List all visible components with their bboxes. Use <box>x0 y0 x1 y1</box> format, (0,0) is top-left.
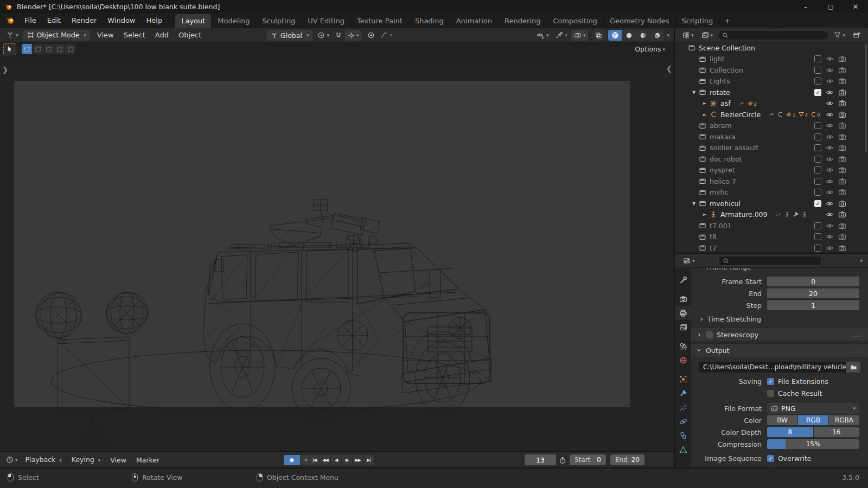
exclude-checkbox[interactable] <box>814 166 821 174</box>
disable-render-camera-icon[interactable] <box>838 166 846 174</box>
active-tool-select-box[interactable] <box>3 43 16 55</box>
exclude-checkbox[interactable] <box>814 233 821 240</box>
outliner-row-light[interactable]: light <box>675 54 868 65</box>
properties-tab-data[interactable] <box>675 442 691 457</box>
disable-render-camera-icon[interactable] <box>838 99 846 107</box>
outliner-row-beziercircle[interactable]: ►BezierCircle249 <box>675 109 868 120</box>
timeline-menu-playback[interactable]: Playback ▾ <box>21 452 67 468</box>
disable-render-camera-icon[interactable] <box>838 121 846 130</box>
select-mode-4[interactable] <box>65 44 75 54</box>
jump-to-end-button[interactable]: ▶| <box>363 455 374 465</box>
exclude-checkbox[interactable] <box>814 156 821 163</box>
outliner-row-soldier-assault[interactable]: soldier assault <box>675 143 868 154</box>
outliner-row-t7[interactable]: t7 <box>675 242 868 253</box>
use-preview-range-button[interactable] <box>559 455 566 464</box>
workspace-tab-texture-paint[interactable]: Texture Paint <box>351 14 409 28</box>
snap-toggle[interactable] <box>332 31 345 39</box>
viewport-menu-view[interactable]: View <box>92 28 119 42</box>
select-mode-0[interactable] <box>22 44 32 54</box>
properties-tab-particles[interactable] <box>675 400 691 414</box>
workspace-tab-sculpting[interactable]: Sculpting <box>256 14 302 28</box>
jump-to-start-button[interactable]: |◀ <box>309 455 320 465</box>
outliner-row-scene-collection[interactable]: Scene Collection <box>675 42 868 54</box>
depth-option-8[interactable]: 8 <box>767 427 813 437</box>
menu-window[interactable]: Window <box>102 13 141 28</box>
outliner-row-makara[interactable]: makara <box>675 131 868 143</box>
disable-render-camera-icon[interactable] <box>838 233 846 241</box>
exclude-checkbox[interactable] <box>814 144 821 151</box>
hide-eye-icon[interactable] <box>826 188 834 196</box>
proportional-editing-toggle[interactable] <box>365 31 378 39</box>
hide-eye-icon[interactable] <box>826 111 834 119</box>
shading-wireframe-button[interactable] <box>608 30 622 41</box>
hide-eye-icon[interactable] <box>826 144 834 152</box>
hide-eye-icon[interactable] <box>826 200 834 208</box>
color-option-bw[interactable]: BW <box>767 415 797 425</box>
sidebar-expand-arrow[interactable]: ❮ <box>666 65 672 73</box>
outliner-row-collection[interactable]: Collection <box>675 65 868 76</box>
timeline-menu-marker[interactable]: Marker <box>131 453 164 467</box>
outliner-row-armature-009[interactable]: ►Armature.009 <box>675 209 868 221</box>
menu-help[interactable]: Help <box>141 13 168 28</box>
disable-render-camera-icon[interactable] <box>838 55 846 63</box>
expand-collapse-icon[interactable]: ▼ <box>692 90 699 95</box>
workspace-tab-animation[interactable]: Animation <box>450 14 499 28</box>
outliner-row-helico-7[interactable]: helico 7 <box>675 176 868 187</box>
hide-eye-icon[interactable] <box>826 233 834 241</box>
workspace-tab-layout[interactable]: Layout <box>175 14 212 28</box>
disable-render-camera-icon[interactable] <box>838 111 846 119</box>
new-collection-button[interactable] <box>850 31 864 39</box>
hide-eye-icon[interactable] <box>826 88 834 97</box>
workspace-tab-scripting[interactable]: Scripting <box>676 14 720 28</box>
options-dropdown[interactable]: Options▾ <box>635 45 665 53</box>
menu-edit[interactable]: Edit <box>42 13 66 28</box>
stereoscopy-panel[interactable]: ›Stereoscopy:::: <box>691 328 868 342</box>
properties-tab-modifiers[interactable] <box>675 386 691 400</box>
frame-range-panel-cut[interactable]: ›Frame Range <box>691 268 868 275</box>
field-end[interactable]: 20 <box>767 288 859 298</box>
disable-render-camera-icon[interactable] <box>838 244 846 252</box>
browse-folder-button[interactable] <box>846 362 860 373</box>
properties-tab-output[interactable] <box>675 306 691 320</box>
disable-render-camera-icon[interactable] <box>838 133 846 141</box>
workspace-tab-compositing[interactable]: Compositing <box>547 14 604 28</box>
exclude-checkbox[interactable] <box>814 222 821 229</box>
outliner-row-rotate[interactable]: ▼rotate✓ <box>675 87 868 98</box>
select-mode-1[interactable] <box>33 44 43 54</box>
exclude-checkbox[interactable] <box>814 78 821 85</box>
outliner-row-lights[interactable]: Lights <box>675 76 868 87</box>
time-stretching-panel[interactable]: ›Time Stretching <box>691 312 868 326</box>
expand-expand-icon[interactable]: ► <box>703 112 710 117</box>
exclude-checkbox[interactable] <box>814 122 821 129</box>
minimize-button[interactable]: – <box>793 0 818 13</box>
cache-result-checkbox[interactable] <box>767 390 774 397</box>
viewport-menu-object[interactable]: Object <box>174 28 206 42</box>
shading-material-button[interactable] <box>636 30 650 41</box>
timeline-menu-keying[interactable]: Keying ▾ <box>67 452 106 468</box>
hide-eye-icon[interactable] <box>826 155 834 163</box>
disable-render-camera-icon[interactable] <box>838 155 846 163</box>
disable-render-camera-icon[interactable] <box>838 177 846 185</box>
outliner-search-input[interactable] <box>718 30 829 40</box>
exclude-checkbox[interactable]: ✓ <box>814 89 821 96</box>
menu-render[interactable]: Render <box>66 13 102 28</box>
outliner-row-oyspret[interactable]: oyspret <box>675 165 868 176</box>
toolbar-expand-arrow[interactable]: ❯ <box>2 66 8 74</box>
outliner-filter-button[interactable]: ▾ <box>831 31 848 38</box>
hide-eye-icon[interactable] <box>826 133 834 141</box>
overlays-button[interactable]: ▾ <box>571 30 589 41</box>
workspace-tab-uv-editing[interactable]: UV Editing <box>302 14 351 28</box>
file-extensions-checkbox[interactable]: ✓ <box>767 378 774 385</box>
disable-render-camera-icon[interactable] <box>838 88 846 97</box>
keying-settings-caret[interactable]: ▾ <box>301 455 310 465</box>
app-menu-button[interactable] <box>0 16 19 25</box>
properties-search-input[interactable] <box>718 256 821 266</box>
hide-eye-icon[interactable] <box>826 121 834 130</box>
disable-render-camera-icon[interactable] <box>838 222 846 230</box>
properties-tab-world[interactable] <box>675 353 691 367</box>
panel-grip[interactable]: :::: <box>852 331 863 338</box>
outliner-row-t7-001[interactable]: t7.001 <box>675 220 868 232</box>
select-mode-2[interactable] <box>43 44 54 54</box>
maximize-button[interactable]: ▢ <box>818 0 843 13</box>
workspace-tab-geometry-nodes[interactable]: Geometry Nodes <box>604 14 676 28</box>
